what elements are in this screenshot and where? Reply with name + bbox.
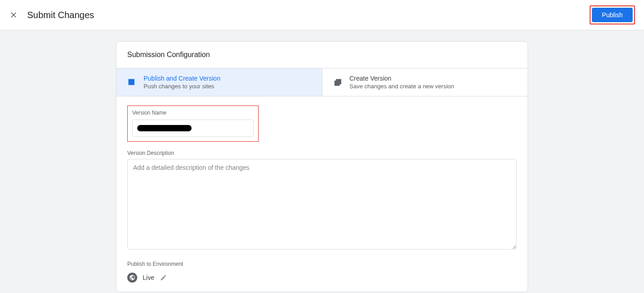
tab-publish-and-create[interactable]: Publish and Create Version Push changes … <box>116 68 322 96</box>
svg-rect-2 <box>335 81 339 85</box>
environment-row: Live <box>127 273 517 283</box>
environment-name: Live <box>143 274 154 281</box>
page-header: Submit Changes Publish <box>0 0 644 30</box>
tab-subtitle: Save changes and create a new version <box>350 83 454 90</box>
version-name-label: Version Name <box>132 110 254 116</box>
publish-button-highlight: Publish <box>590 5 635 24</box>
close-icon[interactable] <box>9 10 18 19</box>
header-left: Submit Changes <box>9 10 94 20</box>
version-desc-label: Version Description <box>127 150 517 156</box>
version-name-input[interactable] <box>132 120 254 137</box>
tab-subtitle: Push changes to your sites <box>144 83 221 90</box>
submission-tabs: Publish and Create Version Push changes … <box>116 68 528 96</box>
version-description-input[interactable] <box>127 159 517 250</box>
globe-icon <box>127 273 137 283</box>
environment-section: Publish to Environment Live <box>127 261 517 283</box>
publish-button[interactable]: Publish <box>592 8 633 22</box>
page-title: Submit Changes <box>27 10 94 20</box>
tab-title: Create Version <box>350 75 454 82</box>
publish-upload-icon <box>127 78 136 87</box>
tab-create-version[interactable]: Create Version Save changes and create a… <box>322 68 528 96</box>
publish-env-label: Publish to Environment <box>127 261 517 267</box>
section-title: Submission Configuration <box>116 42 528 68</box>
version-name-redacted <box>137 125 192 131</box>
edit-icon[interactable] <box>160 274 167 281</box>
copy-icon <box>333 78 342 87</box>
tab-title: Publish and Create Version <box>144 75 221 82</box>
submission-panel: Submission Configuration Publish and Cre… <box>116 41 528 292</box>
version-name-highlight: Version Name <box>127 106 259 142</box>
form-area: Version Name Version Description Publish… <box>116 96 528 292</box>
